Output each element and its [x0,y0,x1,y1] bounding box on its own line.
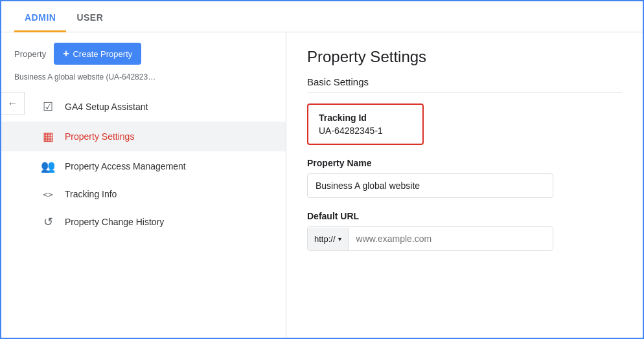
people-icon: 👥 [40,159,56,173]
create-property-button[interactable]: + Create Property [54,43,141,65]
sidebar-header: Property + Create Property [1,32,286,70]
plus-icon: + [63,48,69,60]
back-button[interactable]: ← [1,92,25,115]
content-area: Property Settings Basic Settings Trackin… [286,32,643,339]
code-icon: <> [40,190,56,199]
checkbox-icon: ☑ [40,100,56,114]
tracking-info-label: Tracking Info [65,189,117,199]
tracking-id-value: UA-64282345-1 [319,126,412,136]
sidebar-item-tracking-info[interactable]: <> Tracking Info [1,181,286,207]
property-subtitle: Business A global website (UA-642823… [1,70,286,87]
url-input[interactable] [349,227,553,250]
protocol-value: http:// [314,234,336,244]
default-url-field-group: Default URL http:// ▾ [307,211,622,251]
tracking-id-box: Tracking Id UA-64282345-1 [307,104,424,145]
section-title: Basic Settings [307,76,622,93]
url-protocol-selector[interactable]: http:// ▾ [308,228,349,250]
default-url-label: Default URL [307,211,622,221]
property-access-label: Property Access Management [65,161,186,171]
create-property-label: Create Property [73,49,132,59]
sidebar-item-property-change-history[interactable]: ↺ Property Change History [1,207,286,237]
sidebar-item-property-settings[interactable]: ▦ Property Settings [1,122,286,151]
tracking-id-label: Tracking Id [319,113,412,123]
property-change-history-label: Property Change History [65,217,164,227]
property-name-field-group: Property Name [307,158,622,198]
history-icon: ↺ [40,215,56,229]
grid-icon: ▦ [40,129,56,144]
property-name-input[interactable] [307,173,553,198]
sidebar: Property + Create Property Business A gl… [1,32,286,339]
sidebar-nav: ← ☑ GA4 Setup Assistant ▦ Property Setti… [1,87,286,339]
chevron-down-icon: ▾ [338,235,341,243]
top-nav: ADMIN USER [1,1,643,32]
nav-items: ☑ GA4 Setup Assistant ▦ Property Setting… [1,87,286,237]
sidebar-item-property-access[interactable]: 👥 Property Access Management [1,151,286,181]
tab-admin[interactable]: ADMIN [14,5,66,32]
property-label: Property [14,49,46,59]
main-layout: Property + Create Property Business A gl… [1,32,643,339]
ga4-setup-label: GA4 Setup Assistant [65,102,148,112]
sidebar-item-ga4-setup[interactable]: ☑ GA4 Setup Assistant [1,92,286,122]
url-field-row: http:// ▾ [307,226,553,251]
page-title: Property Settings [307,48,622,66]
tab-user[interactable]: USER [66,5,113,32]
property-name-label: Property Name [307,158,622,168]
property-settings-label: Property Settings [65,131,134,142]
